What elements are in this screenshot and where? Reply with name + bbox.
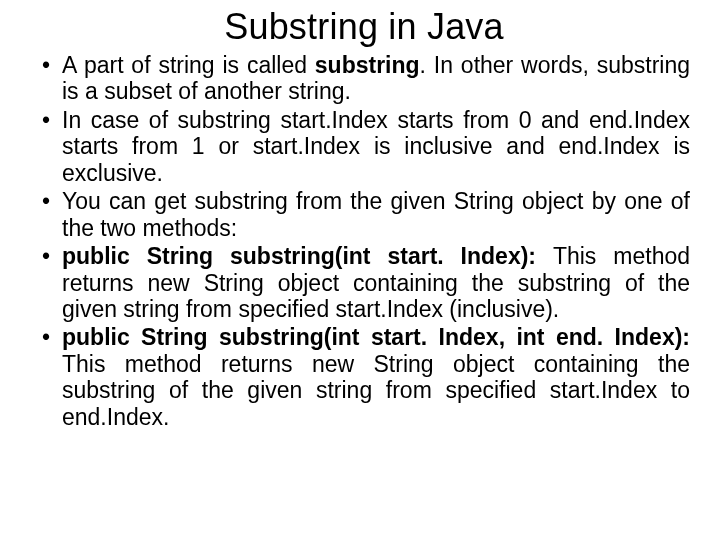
list-item: You can get substring from the given Str…: [38, 188, 690, 241]
list-item: A part of string is called substring. In…: [38, 52, 690, 105]
bullet-text-bold: public String substring(int start. Index…: [62, 243, 553, 269]
bullet-text-pre: In case of substring start.Index starts …: [62, 107, 690, 186]
bullet-text-pre: A part of string is called: [62, 52, 315, 78]
list-item: public String substring(int start. Index…: [38, 324, 690, 430]
list-item: In case of substring start.Index starts …: [38, 107, 690, 186]
slide: Substring in Java A part of string is ca…: [0, 0, 720, 442]
bullet-text-pre: You can get substring from the given Str…: [62, 188, 690, 240]
bullet-text-post: This method returns new String object co…: [62, 351, 690, 430]
slide-title: Substring in Java: [38, 6, 690, 48]
bullet-text-bold: substring: [315, 52, 420, 78]
bullet-list: A part of string is called substring. In…: [38, 52, 690, 430]
bullet-text-bold: public String substring(int start. Index…: [62, 324, 690, 350]
list-item: public String substring(int start. Index…: [38, 243, 690, 322]
